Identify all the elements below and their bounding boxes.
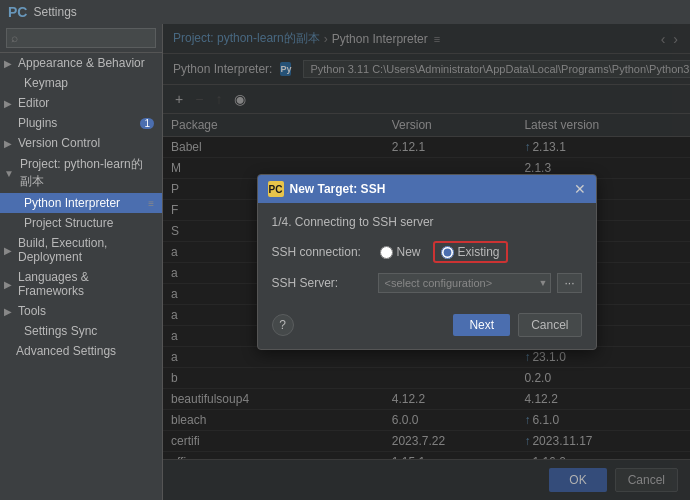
modal-dots-button[interactable]: ··· (557, 273, 581, 293)
plugins-badge: 1 (140, 118, 154, 129)
sidebar: ▶ Appearance & Behavior Keymap ▶ Editor … (0, 24, 163, 500)
arrow-icon: ▶ (4, 58, 12, 69)
modal-server-select[interactable]: <select configuration> (378, 273, 552, 293)
modal-server-row: SSH Server: <select configuration> ··· (272, 273, 582, 293)
app-title: Settings (33, 5, 76, 19)
modal-footer: ? Next Cancel (258, 305, 596, 349)
modal-connection-label: SSH connection: (272, 245, 372, 259)
arrow-icon: ▶ (4, 279, 12, 290)
sidebar-search-input[interactable] (6, 28, 156, 48)
sidebar-item-label: Plugins (18, 116, 57, 130)
radio-existing-option[interactable]: Existing (433, 241, 508, 263)
app-icon: PC (8, 4, 27, 20)
sidebar-item-settings-sync[interactable]: Settings Sync (0, 321, 162, 341)
sidebar-item-label: Languages & Frameworks (18, 270, 154, 298)
sidebar-item-label: Python Interpreter (24, 196, 120, 210)
modal-body: 1/4. Connecting to SSH server SSH connec… (258, 203, 596, 305)
radio-new-label: New (397, 245, 421, 259)
sidebar-item-label: Keymap (24, 76, 68, 90)
sidebar-item-appearance[interactable]: ▶ Appearance & Behavior (0, 53, 162, 73)
sidebar-item-label: Advanced Settings (16, 344, 116, 358)
sidebar-item-label: Editor (18, 96, 49, 110)
arrow-icon: ▶ (4, 245, 12, 256)
sidebar-item-python-interpreter[interactable]: Python Interpreter ≡ (0, 193, 162, 213)
arrow-icon: ▶ (4, 98, 12, 109)
sidebar-item-label: Tools (18, 304, 46, 318)
sidebar-item-editor[interactable]: ▶ Editor (0, 93, 162, 113)
sidebar-item-plugins[interactable]: ▶ Plugins 1 (0, 113, 162, 133)
modal-header: PC New Target: SSH ✕ (258, 175, 596, 203)
sidebar-item-version-control[interactable]: ▶ Version Control (0, 133, 162, 153)
sidebar-item-project[interactable]: ▼ Project: python-learn的副本 (0, 153, 162, 193)
modal-help-button[interactable]: ? (272, 314, 294, 336)
sidebar-item-languages[interactable]: ▶ Languages & Frameworks (0, 267, 162, 301)
sidebar-item-label: Settings Sync (24, 324, 97, 338)
modal-close-button[interactable]: ✕ (574, 181, 586, 197)
sidebar-item-advanced[interactable]: Advanced Settings (0, 341, 162, 361)
main-layout: ▶ Appearance & Behavior Keymap ▶ Editor … (0, 24, 690, 500)
arrow-icon: ▶ (4, 138, 12, 149)
radio-existing-label: Existing (458, 245, 500, 259)
modal-title: New Target: SSH (290, 182, 386, 196)
modal-server-select-wrap: <select configuration> (378, 273, 552, 293)
modal-icon: PC (268, 181, 284, 197)
content-area: Project: python-learn的副本 › Python Interp… (163, 24, 690, 500)
radio-new-option[interactable]: New (380, 245, 421, 259)
ssh-modal: PC New Target: SSH ✕ 1/4. Connecting to … (257, 174, 597, 350)
file-icon: ≡ (148, 198, 154, 209)
modal-connection-row: SSH connection: New Existing (272, 241, 582, 263)
radio-existing-input[interactable] (441, 246, 454, 259)
modal-overlay: PC New Target: SSH ✕ 1/4. Connecting to … (163, 24, 690, 500)
arrow-icon: ▶ (4, 306, 12, 317)
modal-cancel-button[interactable]: Cancel (518, 313, 581, 337)
arrow-open-icon: ▼ (4, 168, 14, 179)
sidebar-item-keymap[interactable]: Keymap (0, 73, 162, 93)
sidebar-item-build[interactable]: ▶ Build, Execution, Deployment (0, 233, 162, 267)
sidebar-item-label: Appearance & Behavior (18, 56, 145, 70)
modal-next-button[interactable]: Next (453, 314, 510, 336)
sidebar-item-tools[interactable]: ▶ Tools (0, 301, 162, 321)
radio-new-input[interactable] (380, 246, 393, 259)
sidebar-item-label: Project: python-learn的副本 (20, 156, 154, 190)
modal-server-label: SSH Server: (272, 276, 372, 290)
sidebar-item-project-structure[interactable]: Project Structure (0, 213, 162, 233)
radio-group: New Existing (380, 241, 508, 263)
title-bar: PC Settings (0, 0, 690, 24)
sidebar-search-area (0, 24, 162, 53)
sidebar-item-label: Build, Execution, Deployment (18, 236, 154, 264)
modal-step-info: 1/4. Connecting to SSH server (272, 215, 582, 229)
sidebar-item-label: Version Control (18, 136, 100, 150)
sidebar-item-label: Project Structure (24, 216, 113, 230)
modal-title-row: PC New Target: SSH (268, 181, 386, 197)
